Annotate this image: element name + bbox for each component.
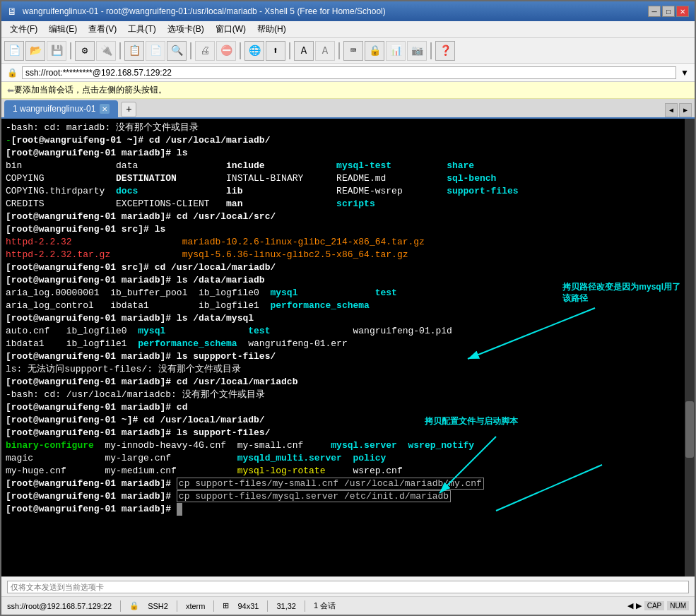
send-text-input[interactable] xyxy=(7,581,689,593)
menu-help[interactable]: 帮助(H) xyxy=(252,22,292,37)
term-line-21: [root@wangruifeng-01 mariadb]# cd /usr/l… xyxy=(6,377,297,387)
separator-2 xyxy=(119,42,121,59)
minimize-button[interactable]: ─ xyxy=(648,6,661,17)
status-sep-3 xyxy=(213,600,214,612)
caps-lock-indicator: CAP xyxy=(644,601,665,610)
screenshot-button[interactable]: 📷 xyxy=(407,41,427,61)
info-bar: ⬅ 要添加当前会话，点击左侧的箭头按钮。 xyxy=(1,82,695,99)
term-line-5: COPYING DESTINATION INSTALL-BINARY READM… xyxy=(6,173,496,184)
term-line-19: [root@wangruifeng-01 mariadb]# ls supppo… xyxy=(6,351,276,362)
term-line-1: -bash: cd: mariadb: 没有那个文件或目录 xyxy=(6,122,199,133)
menu-tools[interactable]: 工具(T) xyxy=(122,22,161,37)
cursor-position: 31,32 xyxy=(276,602,296,610)
separator-3 xyxy=(190,42,191,59)
term-line-3: [root@wangruifeng-01 mariadb]# ls xyxy=(6,148,187,158)
status-bar: ssh://root@192.168.57.129:22 🔒 SSH2 xter… xyxy=(1,596,695,615)
print-button[interactable]: 🖨 xyxy=(195,41,215,61)
term-line-22: -bash: cd: /usr/local/mariadcb: 没有那个文件或目… xyxy=(6,389,265,400)
terminal-size: 94x31 xyxy=(237,602,259,610)
term-line-20: ls: 无法访问suppport-files/: 没有那个文件或目录 xyxy=(6,364,241,374)
status-sep-1 xyxy=(120,600,121,612)
term-line-10: httpd-2.2.32 mariadb-10.2.6-linux-glibc_… xyxy=(6,237,425,247)
address-input[interactable] xyxy=(22,66,676,79)
upload-button[interactable]: ⬆ xyxy=(266,41,285,61)
nav-right-button[interactable]: ▶ xyxy=(636,601,642,610)
tab-bar: 1 wangruifenglinux-01 ✕ + ◀ ▶ xyxy=(1,99,695,119)
disconnect-button[interactable]: ⛔ xyxy=(216,41,236,61)
menu-window[interactable]: 窗口(W) xyxy=(210,22,252,37)
new-tab-button[interactable]: + xyxy=(121,102,136,117)
menu-edit[interactable]: 编辑(E) xyxy=(43,22,83,37)
term-line-26: binary-configure my-innodb-heavy-4G.cnf … xyxy=(6,440,474,451)
menu-tabs[interactable]: 选项卡(B) xyxy=(162,22,210,37)
paste-button[interactable]: 📄 xyxy=(146,41,165,61)
term-line-23: [root@wangruifeng-01 mariadb]# cd xyxy=(6,402,187,413)
status-right: ◀ ▶ CAP NUM xyxy=(627,601,689,610)
tab-1[interactable]: 1 wangruifenglinux-01 ✕ xyxy=(4,100,118,117)
status-sep-5 xyxy=(305,600,305,612)
terminal-scrollbar[interactable] xyxy=(685,119,695,576)
term-line-9: [root@wangruifeng-01 src]# ls xyxy=(6,224,165,235)
copy-button[interactable]: 📋 xyxy=(124,41,144,61)
keyboard-button[interactable]: ⌨ xyxy=(343,41,363,61)
font-button[interactable]: A xyxy=(315,41,335,61)
tab-navigation: ◀ ▶ xyxy=(665,103,692,117)
term-line-29: [root@wangruifeng-01 mariadb]# cp suppor… xyxy=(6,478,484,490)
address-go-icon[interactable]: ▼ xyxy=(680,68,689,78)
term-line-11: httpd-2.2.32.tar.gz mysql-5.6.36-linux-g… xyxy=(6,249,408,260)
term-line-16: [root@wangruifeng-01 mariadb]# ls /data/… xyxy=(6,313,254,324)
connect-button[interactable]: 🔌 xyxy=(96,41,116,61)
term-line-17: auto.cnf ib_logfile0 mysql test wangruif… xyxy=(6,326,452,336)
new-session-button[interactable]: 📄 xyxy=(4,41,24,61)
separator-7 xyxy=(430,42,432,59)
lock-button[interactable]: 🔒 xyxy=(365,41,384,61)
maximize-button[interactable]: □ xyxy=(662,6,675,17)
save-button[interactable]: 💾 xyxy=(47,41,66,61)
protocol-status: SSH2 xyxy=(148,602,168,610)
info-icon: ⬅ xyxy=(7,85,14,95)
status-sep-4 xyxy=(267,600,268,612)
term-line-4: bin data include mysql-test share xyxy=(6,160,474,171)
separator-1 xyxy=(70,42,71,59)
find-button[interactable]: 🔍 xyxy=(167,41,187,61)
term-line-15: aria_log_control ibdata1 ib_logfile1 per… xyxy=(6,300,370,311)
window-controls: ─ □ ✕ xyxy=(648,6,689,17)
script-button[interactable]: A xyxy=(294,41,314,61)
menu-file[interactable]: 文件(F) xyxy=(4,22,43,37)
term-line-7: CREDITS EXCEPTIONS-CLIENT man scripts xyxy=(6,199,375,209)
terminal[interactable]: -bash: cd: mariadb: 没有那个文件或目录 -[root@wan… xyxy=(1,119,695,576)
term-line-30: [root@wangruifeng-01 mariadb]# cp suppor… xyxy=(6,490,451,502)
info-text: 要添加当前会话，点击左侧的箭头按钮。 xyxy=(14,84,167,96)
lock-status-icon: 🔒 xyxy=(129,601,139,610)
term-line-12: [root@wangruifeng-01 src]# cd /usr/local… xyxy=(6,262,276,273)
term-line-24: [root@wangruifeng-01 ~]# cd /usr/local/m… xyxy=(6,415,265,425)
tab-label: 1 wangruifenglinux-01 xyxy=(13,104,95,114)
address-bar: 🔒 ▼ xyxy=(1,64,695,82)
term-line-18: ibdata1 ib_logfile1 performance_schema w… xyxy=(6,338,348,349)
separator-6 xyxy=(338,42,340,59)
tab-next-button[interactable]: ▶ xyxy=(679,103,692,117)
title-bar: 🖥 wangruifenglinux-01 - root@wangruifeng… xyxy=(1,1,695,21)
tab-prev-button[interactable]: ◀ xyxy=(665,103,678,117)
terminal-type: xterm xyxy=(186,602,206,610)
num-lock-indicator: NUM xyxy=(667,601,689,610)
properties-button[interactable]: ⚙ xyxy=(75,41,95,61)
separator-4 xyxy=(240,42,241,59)
tab-close-button[interactable]: ✕ xyxy=(100,104,110,114)
terminal-size-icon: ⊞ xyxy=(223,601,229,610)
term-line-2: -[root@wangruifeng-01 ~]# cd /usr/local/… xyxy=(6,135,270,146)
menu-bar: 文件(F) 编辑(E) 查看(V) 工具(T) 选项卡(B) 窗口(W) 帮助(… xyxy=(1,21,695,38)
open-button[interactable]: 📂 xyxy=(25,41,45,61)
term-line-13: [root@wangruifeng-01 mariadb]# ls /data/… xyxy=(6,275,265,285)
nav-left-button[interactable]: ◀ xyxy=(627,601,633,610)
menu-view[interactable]: 查看(V) xyxy=(83,22,122,37)
terminal-content: -bash: cd: mariadb: 没有那个文件或目录 -[root@wan… xyxy=(1,119,695,519)
help-button[interactable]: ❓ xyxy=(435,41,455,61)
session-log-button[interactable]: 📊 xyxy=(386,41,406,61)
toolbar: 📄 📂 💾 ⚙ 🔌 📋 📄 🔍 🖨 ⛔ 🌐 ⬆ A A ⌨ 🔒 📊 📷 ❓ xyxy=(1,38,695,64)
close-button[interactable]: ✕ xyxy=(676,6,689,17)
transfer-button[interactable]: 🌐 xyxy=(244,41,264,61)
session-count: 1 会话 xyxy=(314,600,336,611)
window-title: wangruifenglinux-01 - root@wangruifeng-0… xyxy=(23,6,648,16)
connection-status: ssh://root@192.168.57.129:22 xyxy=(7,602,112,610)
